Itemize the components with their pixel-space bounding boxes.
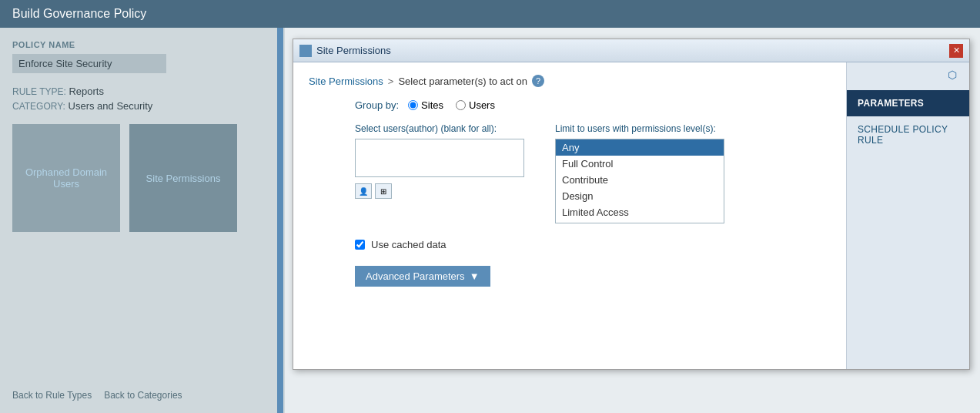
radio-users-option[interactable]: Users: [456, 99, 495, 111]
left-panel: POLICY NAME Enforce Site Security RULE T…: [0, 28, 285, 413]
modal-close-button[interactable]: ✕: [949, 44, 963, 58]
breadcrumb-separator: >: [388, 76, 394, 87]
breadcrumb-current: Select parameter(s) to act on: [398, 76, 527, 87]
radio-users-label: Users: [469, 99, 495, 111]
listbox-item-full-control[interactable]: Full Control: [556, 156, 724, 172]
rule-type-value: Reports: [69, 86, 104, 97]
use-cached-data-checkbox[interactable]: [355, 240, 365, 250]
modal-window-icon: [299, 45, 312, 57]
category-value: Users and Security: [69, 100, 153, 112]
advanced-parameters-button[interactable]: Advanced Parameters ▼: [355, 266, 490, 287]
users-text-input[interactable]: [355, 139, 524, 177]
radio-users-input[interactable]: [456, 100, 466, 110]
listbox-item-contribute[interactable]: Contribute: [556, 172, 724, 188]
bottom-links: Back to Rule Types Back to Categories: [12, 390, 182, 401]
group-by-row: Group by: Sites Users: [355, 99, 831, 111]
radio-sites-option[interactable]: Sites: [408, 99, 443, 111]
radio-sites-input[interactable]: [408, 100, 418, 110]
help-icon[interactable]: ?: [532, 75, 544, 87]
sidebar-nav-schedule[interactable]: SCHEDULE POLICY RULE: [847, 116, 969, 153]
rule-type-label: RULE TYPE:: [12, 86, 66, 97]
user-picker-button[interactable]: 👤: [355, 183, 372, 199]
radio-sites-label: Sites: [421, 99, 443, 111]
app-header: Build Governance Policy: [0, 0, 980, 28]
tile-site-permissions[interactable]: Site Permissions: [129, 124, 237, 232]
breadcrumb: Site Permissions > Select parameter(s) t…: [309, 75, 831, 87]
permissions-form-group: Limit to users with permissions level(s)…: [555, 123, 724, 223]
left-divider: [277, 28, 283, 413]
advanced-parameters-icon: ▼: [470, 270, 480, 282]
policy-name-value: Enforce Site Security: [12, 54, 166, 73]
use-cached-data-label: Use cached data: [371, 239, 447, 250]
external-link-icon[interactable]: ⬡: [948, 69, 963, 84]
user-picker-icon: 👤: [359, 187, 368, 196]
modal-titlebar: Site Permissions ✕: [293, 39, 969, 62]
category-label: CATEGORY:: [12, 101, 65, 112]
sidebar-nav-parameters[interactable]: PARAMETERS: [847, 90, 969, 116]
tile-orphaned-domain-users[interactable]: Orphaned Domain Users: [12, 124, 120, 232]
group-by-label: Group by:: [355, 99, 399, 111]
modal-title: Site Permissions: [316, 45, 391, 56]
listbox-item-any[interactable]: Any: [556, 139, 724, 156]
radio-group: Sites Users: [408, 99, 495, 111]
tile-orphaned-domain-users-link[interactable]: Orphaned Domain Users: [20, 166, 112, 190]
back-to-categories-link[interactable]: Back to Categories: [104, 390, 182, 401]
modal-dialog: Site Permissions ✕ Site Permissions > Se…: [293, 39, 970, 370]
table-button[interactable]: ⊞: [375, 183, 392, 199]
advanced-parameters-label: Advanced Parameters: [366, 270, 465, 282]
modal-sidebar: ⬡ PARAMETERS SCHEDULE POLICY RULE: [846, 62, 969, 369]
back-to-rule-types-link[interactable]: Back to Rule Types: [12, 390, 92, 401]
listbox-item-limited-access[interactable]: Limited Access: [556, 204, 724, 220]
permissions-listbox[interactable]: Any Full Control Contribute Design Limit…: [555, 139, 724, 223]
policy-name-label: POLICY NAME: [12, 40, 273, 49]
modal-body: Site Permissions > Select parameter(s) t…: [293, 62, 969, 369]
users-field-label: Select users(author) (blank for all):: [355, 123, 524, 134]
tiles-container: Orphaned Domain Users Site Permissions: [12, 124, 273, 232]
app-title: Build Governance Policy: [12, 7, 146, 21]
icon-row: 👤 ⊞: [355, 183, 524, 199]
modal-main-content: Site Permissions > Select parameter(s) t…: [293, 62, 846, 369]
cached-data-row: Use cached data: [355, 239, 831, 250]
modal-titlebar-left: Site Permissions: [299, 45, 391, 57]
form-area: Select users(author) (blank for all): 👤 …: [355, 123, 831, 223]
users-form-group: Select users(author) (blank for all): 👤 …: [355, 123, 524, 223]
sidebar-top-area: ⬡: [847, 62, 969, 90]
tile-site-permissions-link[interactable]: Site Permissions: [146, 173, 221, 184]
permissions-field-label: Limit to users with permissions level(s)…: [555, 123, 724, 134]
listbox-item-read[interactable]: Read: [556, 220, 724, 223]
listbox-item-design[interactable]: Design: [556, 188, 724, 204]
table-icon: ⊞: [380, 187, 386, 196]
breadcrumb-link[interactable]: Site Permissions: [309, 76, 383, 87]
